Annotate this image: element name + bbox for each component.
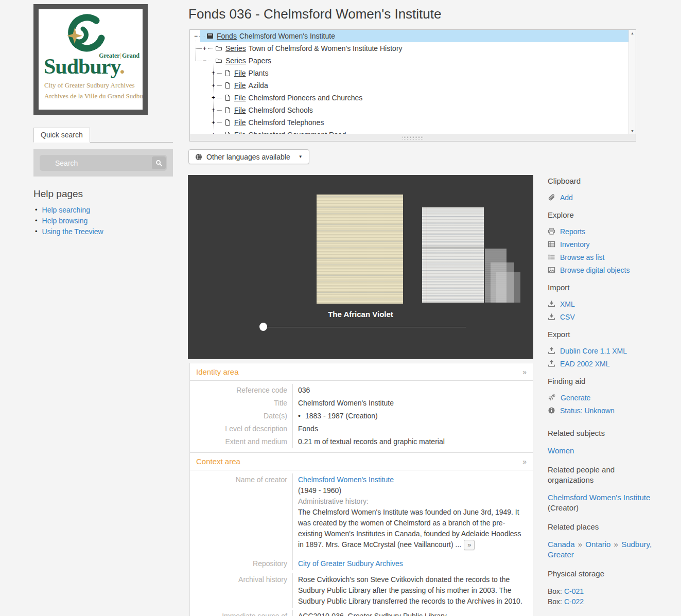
export-ead-link[interactable]: EAD 2002 XML — [560, 360, 610, 367]
document-thumbnail-2[interactable] — [422, 207, 484, 303]
tree-level-link[interactable]: File — [234, 106, 246, 114]
generate-finding-aid-link[interactable]: Generate — [561, 394, 590, 401]
creator-role-suffix: (Creator) — [548, 503, 579, 512]
browse-as-list-link[interactable]: Browse as list — [560, 254, 604, 261]
file-icon — [224, 82, 231, 89]
archives-logo: Greater|Grand Sudbury. City of Greater S… — [33, 4, 148, 115]
tree-level-link[interactable]: Series — [225, 44, 246, 52]
carousel-slider-track[interactable] — [264, 327, 466, 327]
expand-icon[interactable]: + — [211, 120, 216, 126]
tree-row-series[interactable]: + Series Town of Chelmsford & Women's In… — [190, 42, 629, 55]
related-people-section: Related people and organizations Chelmsf… — [548, 465, 679, 513]
tree-level-link[interactable]: Series — [225, 57, 246, 65]
scroll-up-icon[interactable]: ▲ — [629, 31, 636, 35]
field-label: Archival history — [190, 573, 292, 608]
physical-storage-section: Physical storage Box: C-021 Box: C-022 — [548, 569, 679, 607]
help-searching-link[interactable]: Help searching — [42, 206, 90, 214]
download-icon — [548, 313, 555, 321]
info-icon — [548, 407, 555, 414]
box-c021-link[interactable]: C-021 — [564, 587, 584, 595]
search-button[interactable] — [152, 156, 166, 169]
tree-level-link[interactable]: File — [234, 118, 246, 127]
tree-item-title[interactable]: Chelmsford Telephones — [249, 118, 324, 127]
expand-icon[interactable]: + — [211, 83, 216, 89]
related-creator-link[interactable]: Chelmsford Women's Institute — [548, 493, 650, 502]
help-browsing-link[interactable]: Help browsing — [42, 217, 88, 224]
reports-link[interactable]: Reports — [560, 228, 585, 235]
bullet-icon: • — [298, 412, 301, 420]
related-people-entry: Chelmsford Women's Institute (Creator) — [548, 492, 658, 513]
section-chevrons-icon[interactable]: » — [522, 457, 527, 466]
expand-icon[interactable]: + — [211, 95, 216, 101]
document-thumbnail-1[interactable] — [317, 195, 403, 304]
tree-item-title[interactable]: Town of Chelmsford & Women's Institute H… — [249, 44, 403, 52]
upload-icon — [548, 360, 555, 367]
finding-aid-status-link[interactable]: Status: Unknown — [560, 407, 615, 414]
tree-row-file[interactable]: + File Chelmsford Telephones — [190, 116, 629, 129]
title-value: Chelmsford Women's Institute — [292, 397, 533, 410]
file-icon — [224, 94, 231, 101]
quick-search-tab[interactable]: Quick search — [33, 128, 90, 143]
tree-row-series[interactable]: − Series Papers — [190, 55, 629, 67]
tree-connector — [208, 48, 213, 49]
tree-item-title[interactable]: Azilda — [249, 81, 268, 90]
subject-women-link[interactable]: Women — [548, 446, 658, 456]
browse-digital-objects-link[interactable]: Browse digital objects — [560, 267, 630, 274]
field-row: Level of description Fonds — [190, 423, 533, 435]
tree-level-link[interactable]: File — [234, 81, 246, 90]
tree-row-file[interactable]: + File Chelmsford Schools — [190, 104, 629, 116]
collapse-icon[interactable]: − — [193, 33, 199, 39]
tree-row-file[interactable]: + File Plants — [190, 67, 629, 79]
scroll-down-icon[interactable]: ▼ — [629, 129, 636, 133]
section-title: Context area — [196, 457, 240, 466]
logo-tagline-en: City of Greater Sudbury Archives — [44, 81, 134, 90]
search-input[interactable] — [40, 155, 167, 171]
tree-level-link[interactable]: File — [234, 69, 246, 77]
inventory-link[interactable]: Inventory — [560, 241, 590, 248]
treeview-resize-handle[interactable] — [189, 134, 636, 142]
using-treeview-link[interactable]: Using the Treeview — [42, 228, 103, 235]
creator-link[interactable]: Chelmsford Women's Institute — [298, 476, 394, 484]
tree-connector — [199, 36, 204, 37]
expand-icon[interactable]: + — [211, 108, 216, 113]
field-row: Repository City of Greater Sudbury Archi… — [190, 557, 533, 573]
tree-item-title[interactable]: Plants — [249, 69, 269, 77]
explore-browse-list: Browse as list — [548, 253, 679, 261]
collapse-icon[interactable]: − — [202, 58, 207, 64]
repository-link[interactable]: City of Greater Sudbury Archives — [298, 559, 403, 568]
tree-level-link[interactable]: Fonds — [217, 32, 237, 40]
explore-section: Explore Reports Inventory — [548, 210, 679, 274]
place-canada-link[interactable]: Canada — [548, 540, 575, 549]
finding-aid-status: Status: Unknown — [548, 407, 679, 414]
tree-level-link[interactable]: File — [234, 94, 246, 102]
search-panel — [33, 149, 173, 177]
read-more-button[interactable]: » — [464, 540, 475, 550]
import-xml-link[interactable]: XML — [560, 301, 575, 308]
export-dublin-core-link[interactable]: Dublin Core 1.1 XML — [560, 347, 627, 355]
tree-row-file[interactable]: + File Azilda — [190, 79, 629, 92]
section-chevrons-icon[interactable]: » — [522, 368, 527, 376]
tree-item-title[interactable]: Chelmsford Schools — [249, 106, 313, 114]
expand-icon[interactable]: + — [202, 46, 207, 51]
tree-row-fonds[interactable]: − Fonds Chelmsford Women's Institute — [190, 30, 629, 42]
tree-row-file[interactable]: + File Chelmsford Pioneers and Churches — [190, 92, 629, 104]
export-section: Export Dublin Core 1.1 XML EAD 2002 XML — [548, 329, 679, 367]
file-icon — [224, 119, 231, 126]
clipboard-add-link[interactable]: Add — [560, 194, 573, 201]
page-title: Fonds 036 - Chelmsford Women's Institute — [188, 6, 441, 22]
field-row: Archival history Rose Cvitkovich's son S… — [190, 573, 533, 610]
carousel-slider-handle[interactable] — [259, 323, 267, 331]
import-csv-link[interactable]: CSV — [560, 313, 575, 321]
list-item: • Help searching — [35, 206, 103, 214]
expand-icon[interactable]: + — [211, 71, 216, 76]
caret-down-icon: ▼ — [299, 154, 303, 159]
creator-value: Chelmsford Women's Institute (1949 - 196… — [292, 473, 533, 557]
tree-item-title[interactable]: Chelmsford Pioneers and Churches — [249, 94, 363, 102]
other-languages-button[interactable]: Other languages available ▼ — [188, 149, 309, 164]
place-ontario-link[interactable]: Ontario — [585, 540, 610, 549]
other-languages-label: Other languages available — [206, 153, 290, 161]
tree-item-title[interactable]: Chelmsford Women's Institute — [239, 32, 335, 40]
treeview-scrollbar[interactable]: ▲ ▼ — [628, 30, 636, 134]
tree-item-title[interactable]: Papers — [249, 57, 271, 65]
box-c022-link[interactable]: C-022 — [564, 597, 584, 606]
